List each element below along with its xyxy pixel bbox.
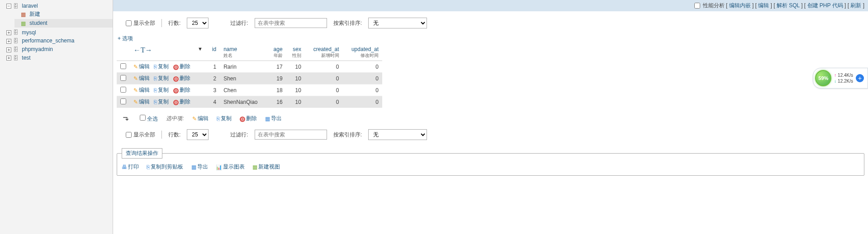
check-all-label[interactable]: 全选 (140, 115, 158, 123)
db-link[interactable]: test (22, 55, 30, 61)
rows-select-2[interactable]: 25 (187, 129, 209, 140)
cell-id: 2 (207, 73, 220, 84)
expand-icon[interactable]: + (6, 30, 11, 35)
row-checkbox[interactable] (120, 98, 126, 104)
row-checkbox[interactable] (120, 75, 126, 81)
database-icon (13, 47, 19, 53)
db-link[interactable]: mysql (22, 29, 36, 36)
print-icon (122, 164, 127, 170)
database-icon (13, 3, 19, 9)
with-selected-label: 选中项: (166, 115, 184, 122)
options-toggle[interactable]: + 选项 (118, 35, 133, 42)
show-all-checkbox-2[interactable] (126, 132, 132, 138)
db-node[interactable]: + phpmyadmin (0, 45, 113, 54)
sort-select[interactable]: 无 (368, 18, 427, 28)
row-checkbox[interactable] (120, 87, 126, 93)
table-node[interactable]: student (14, 19, 113, 28)
bulk-actions: 全选 选中项: 编辑 复制 删除 导出 (123, 114, 864, 123)
column-header-age[interactable]: age年龄 (267, 44, 286, 61)
check-all-checkbox[interactable] (140, 115, 146, 121)
rows-label: 行数: (168, 19, 180, 27)
cell-sex: 10 (286, 61, 305, 73)
cell-age: 17 (267, 61, 286, 73)
arrow-down-icon: ↓ (834, 79, 836, 84)
new-table-link[interactable]: 新建 (14, 9, 113, 19)
topbar-link[interactable]: 解析 SQL (777, 2, 800, 9)
row-copy[interactable]: 复制 (154, 63, 169, 70)
cell-created: 0 (305, 84, 343, 96)
database-icon (13, 29, 19, 36)
column-header-name[interactable]: name姓名 (220, 44, 267, 61)
db-node[interactable]: − laravel 新建 student (0, 2, 113, 28)
row-delete[interactable]: 删除 (173, 63, 190, 70)
sort-select-2[interactable]: 无 (368, 129, 427, 140)
bulk-copy[interactable]: 复制 (217, 115, 232, 122)
op-chart[interactable]: 显示图表 (216, 164, 245, 170)
plus-icon[interactable]: + (856, 74, 864, 82)
op-clipboard[interactable]: 复制到剪贴板 (147, 164, 183, 170)
row-edit[interactable]: 编辑 (133, 87, 150, 93)
show-all-checkbox[interactable] (126, 20, 132, 26)
topbar-link[interactable]: 编辑内嵌 (729, 2, 751, 9)
minus-circle-icon (173, 87, 179, 94)
topbar-link[interactable]: 编辑 (758, 2, 769, 9)
cell-updated: 0 (343, 61, 382, 73)
db-link[interactable]: phpmyadmin (22, 46, 53, 52)
database-tree-sidebar: − laravel 新建 student+ mysql+ performance… (0, 0, 113, 234)
row-edit[interactable]: 编辑 (133, 63, 150, 70)
collapse-icon[interactable]: − (6, 4, 11, 9)
row-copy[interactable]: 复制 (154, 98, 169, 105)
bulk-edit[interactable]: 编辑 (192, 115, 209, 122)
sort-arrows-icon[interactable]: ▼ (198, 46, 203, 51)
row-delete[interactable]: 删除 (173, 98, 190, 105)
db-node[interactable]: + performance_schema (0, 37, 113, 45)
op-view[interactable]: 新建视图 (252, 164, 280, 170)
topbar-link[interactable]: 刷新 (850, 2, 861, 9)
copy-icon (154, 87, 157, 94)
bottom-controls: 显示全部 行数: 25 过滤行: 按索引排序: 无 (126, 129, 862, 140)
main-panel: 性能分析 [ 编辑内嵌 ] [ 编辑 ] [ 解析 SQL ] [ 创建 PHP… (113, 0, 868, 234)
pencil-icon (133, 64, 138, 70)
database-icon (13, 38, 19, 44)
rows-select[interactable]: 25 (187, 18, 209, 28)
op-export[interactable]: 导出 (191, 164, 208, 170)
op-print[interactable]: 打印 (122, 164, 139, 170)
column-header-sex[interactable]: sex性别 (286, 44, 305, 61)
row-edit[interactable]: 编辑 (133, 98, 150, 105)
row-copy[interactable]: 复制 (154, 75, 169, 81)
column-header-created_at[interactable]: created_at新增时间 (305, 44, 343, 61)
column-header-updated_at[interactable]: updated_at修改时间 (343, 44, 382, 61)
expand-icon[interactable]: + (6, 47, 11, 52)
row-delete[interactable]: 删除 (173, 87, 190, 93)
text-direction-icon[interactable]: ←T→ (133, 46, 152, 54)
row-copy[interactable]: 复制 (154, 87, 169, 93)
db-node[interactable]: + mysql (0, 28, 113, 37)
bulk-delete[interactable]: 删除 (240, 115, 257, 122)
row-delete[interactable]: 删除 (173, 75, 190, 81)
speed-widget[interactable]: 59% ↑ 12.4K/s ↓ 12.2K/s + (813, 68, 868, 89)
expand-icon[interactable]: + (6, 39, 11, 44)
topbar-link[interactable]: 创建 PHP 代码 (807, 2, 843, 9)
column-header-id[interactable]: id (207, 44, 220, 61)
cell-id: 1 (207, 61, 220, 73)
profiling-checkbox[interactable] (694, 3, 700, 9)
filter-input-2[interactable] (255, 130, 327, 140)
show-all-label-2[interactable]: 显示全部 (126, 131, 155, 139)
show-all-label[interactable]: 显示全部 (126, 19, 155, 27)
pencil-icon (133, 99, 138, 105)
speed-circle: 59% (815, 70, 831, 86)
cell-name: Rarin (220, 61, 267, 73)
result-ops-legend: 查询结果操作 (122, 148, 162, 159)
db-link[interactable]: performance_schema (22, 37, 74, 44)
filter-input[interactable] (255, 18, 327, 28)
row-edit[interactable]: 编辑 (133, 75, 150, 81)
profiling-label: 性能分析 (703, 2, 725, 9)
db-node[interactable]: + test (0, 54, 113, 62)
divider (161, 131, 162, 139)
bulk-export[interactable]: 导出 (265, 115, 282, 122)
expand-icon[interactable]: + (6, 56, 11, 61)
db-link[interactable]: laravel (22, 3, 38, 9)
cell-created: 0 (305, 61, 343, 73)
row-checkbox[interactable] (120, 63, 126, 69)
cell-sex: 10 (286, 84, 305, 96)
